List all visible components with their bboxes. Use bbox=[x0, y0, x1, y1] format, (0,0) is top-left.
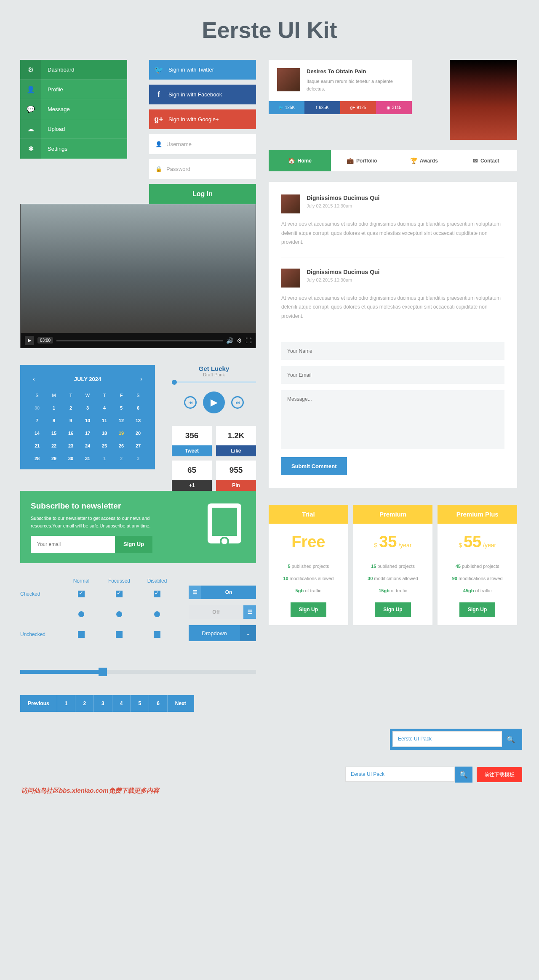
cal-day[interactable]: 31 bbox=[79, 456, 96, 461]
cal-day[interactable]: 1 bbox=[45, 405, 62, 410]
cal-day[interactable]: 21 bbox=[29, 443, 45, 448]
cal-next-button[interactable]: › bbox=[140, 375, 142, 382]
twitter-stat[interactable]: 🐦 125K bbox=[269, 101, 304, 114]
checkbox[interactable] bbox=[154, 591, 160, 597]
cal-day[interactable]: 2 bbox=[113, 456, 130, 461]
search-button[interactable]: 🔍 bbox=[455, 767, 472, 783]
volume-icon[interactable]: 🔊 bbox=[226, 337, 233, 344]
cal-day[interactable]: 22 bbox=[45, 443, 62, 448]
checkbox[interactable] bbox=[78, 591, 85, 597]
toggle-on[interactable]: ☰On bbox=[189, 586, 256, 599]
cal-day[interactable]: 3 bbox=[130, 456, 147, 461]
sidebar-item-profile[interactable]: 👤Profile bbox=[20, 80, 127, 99]
cal-day[interactable]: 25 bbox=[96, 443, 113, 448]
google-stat[interactable]: g+ 9125 bbox=[340, 101, 376, 114]
settings-icon[interactable]: ⚙ bbox=[237, 337, 242, 344]
comment-email-input[interactable] bbox=[281, 366, 504, 384]
facebook-stat[interactable]: f 625K bbox=[304, 101, 340, 114]
sidebar-item-message[interactable]: 💬Message bbox=[20, 99, 127, 119]
share-button[interactable]: Pin bbox=[216, 480, 256, 491]
page-button[interactable]: Previous bbox=[20, 695, 57, 712]
login-button[interactable]: Log In bbox=[149, 184, 256, 204]
dropdown[interactable]: Dropdown ⌄ bbox=[189, 625, 256, 641]
radio[interactable] bbox=[78, 611, 84, 617]
sidebar-item-upload[interactable]: ☁Upload bbox=[20, 119, 127, 139]
fullscreen-icon[interactable]: ⛶ bbox=[245, 337, 251, 344]
video-seekbar[interactable] bbox=[56, 340, 223, 341]
next-track-button[interactable]: ⏭ bbox=[231, 396, 244, 409]
tab-home[interactable]: 🏠Home bbox=[269, 150, 331, 171]
tab-awards[interactable]: 🏆Awards bbox=[393, 150, 455, 171]
checkbox[interactable] bbox=[116, 591, 123, 597]
page-button[interactable]: Next bbox=[168, 695, 194, 712]
download-button[interactable]: 前往下载模板 bbox=[477, 767, 522, 782]
cal-day[interactable]: 30 bbox=[62, 456, 79, 461]
search-button[interactable]: 🔍 bbox=[502, 731, 520, 747]
signin-twitter-button[interactable]: 🐦Sign in with Twitter bbox=[149, 60, 256, 80]
play-track-button[interactable]: ▶ bbox=[203, 391, 225, 413]
share-button[interactable]: Like bbox=[216, 445, 256, 456]
cal-day[interactable]: 16 bbox=[62, 431, 79, 436]
cal-day[interactable]: 1 bbox=[96, 456, 113, 461]
checkbox[interactable] bbox=[116, 631, 123, 638]
cal-day[interactable]: 30 bbox=[29, 405, 45, 410]
video-player[interactable]: ▶ 03:00 🔊 ⚙ ⛶ bbox=[20, 204, 256, 348]
tab-portfolio[interactable]: 💼Portfolio bbox=[331, 150, 393, 171]
cal-day[interactable]: 14 bbox=[29, 431, 45, 436]
cal-day[interactable]: 28 bbox=[29, 456, 45, 461]
plan-signup-button[interactable]: Sign Up bbox=[459, 602, 495, 617]
plan-signup-button[interactable]: Sign Up bbox=[291, 602, 326, 617]
cal-day[interactable]: 15 bbox=[45, 431, 62, 436]
page-button[interactable]: 1 bbox=[57, 695, 76, 712]
comment-message-input[interactable] bbox=[281, 390, 504, 449]
signin-facebook-button[interactable]: fSign in with Facebook bbox=[149, 85, 256, 104]
cal-day[interactable]: 23 bbox=[62, 443, 79, 448]
cal-day[interactable]: 11 bbox=[96, 418, 113, 423]
cal-day[interactable]: 7 bbox=[29, 418, 45, 423]
dribbble-stat[interactable]: ◉ 3115 bbox=[376, 101, 412, 114]
cal-day[interactable]: 17 bbox=[79, 431, 96, 436]
sidebar-item-settings[interactable]: ✱Settings bbox=[20, 139, 127, 159]
cal-prev-button[interactable]: ‹ bbox=[33, 375, 35, 382]
cal-day[interactable]: 19 bbox=[113, 431, 130, 436]
cal-day[interactable]: 27 bbox=[130, 443, 147, 448]
page-button[interactable]: 4 bbox=[112, 695, 131, 712]
range-slider[interactable] bbox=[20, 670, 256, 674]
cal-day[interactable]: 26 bbox=[113, 443, 130, 448]
radio[interactable] bbox=[154, 611, 160, 617]
cal-day[interactable]: 9 bbox=[62, 418, 79, 423]
sidebar-item-dashboard[interactable]: ⚙Dashboard bbox=[20, 60, 127, 80]
page-button[interactable]: 5 bbox=[131, 695, 149, 712]
cal-day[interactable]: 10 bbox=[79, 418, 96, 423]
cal-day[interactable]: 3 bbox=[79, 405, 96, 410]
page-button[interactable]: 2 bbox=[75, 695, 94, 712]
toggle-off[interactable]: Off☰ bbox=[189, 605, 256, 619]
checkbox[interactable] bbox=[78, 631, 85, 638]
share-button[interactable]: +1 bbox=[172, 480, 212, 491]
submit-comment-button[interactable]: Submit Comment bbox=[281, 457, 347, 475]
page-button[interactable]: 3 bbox=[94, 695, 112, 712]
radio[interactable] bbox=[116, 611, 122, 617]
search-input[interactable] bbox=[345, 767, 455, 782]
tab-contact[interactable]: ✉Contact bbox=[455, 150, 518, 171]
cal-day[interactable]: 5 bbox=[113, 405, 130, 410]
play-button[interactable]: ▶ bbox=[25, 336, 34, 345]
search-input[interactable] bbox=[392, 731, 502, 746]
share-button[interactable]: Tweet bbox=[172, 445, 212, 456]
password-input[interactable]: 🔒Password bbox=[149, 159, 256, 179]
checkbox[interactable] bbox=[154, 631, 160, 638]
cal-day[interactable]: 12 bbox=[113, 418, 130, 423]
cal-day[interactable]: 6 bbox=[130, 405, 147, 410]
slider-handle[interactable] bbox=[99, 668, 107, 676]
cal-day[interactable]: 4 bbox=[96, 405, 113, 410]
cal-day[interactable]: 8 bbox=[45, 418, 62, 423]
music-seekbar[interactable] bbox=[172, 381, 256, 383]
plan-signup-button[interactable]: Sign Up bbox=[375, 602, 411, 617]
comment-name-input[interactable] bbox=[281, 342, 504, 360]
cal-day[interactable]: 18 bbox=[96, 431, 113, 436]
cal-day[interactable]: 20 bbox=[130, 431, 147, 436]
cal-day[interactable]: 29 bbox=[45, 456, 62, 461]
cal-day[interactable]: 13 bbox=[130, 418, 147, 423]
newsletter-email-input[interactable] bbox=[31, 536, 115, 553]
cal-day[interactable]: 2 bbox=[62, 405, 79, 410]
